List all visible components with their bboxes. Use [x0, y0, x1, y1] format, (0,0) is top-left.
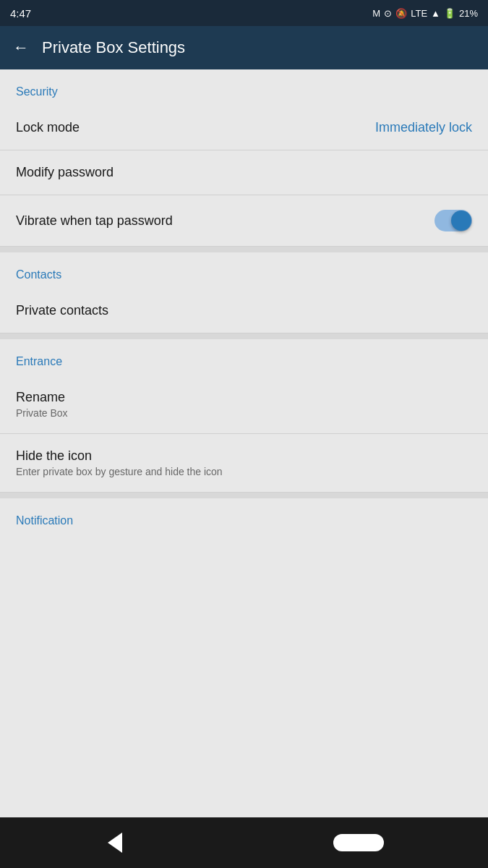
- lte-label: LTE: [411, 8, 427, 19]
- lock-mode-row[interactable]: Lock mode Immediately lock: [0, 106, 488, 150]
- rename-sublabel: Private Box: [16, 407, 68, 419]
- vibrate-toggle-container: [435, 210, 472, 231]
- security-contacts-divider: [0, 247, 488, 252]
- rename-label: Rename: [16, 390, 68, 405]
- security-section-title: Security: [16, 85, 58, 98]
- hide-icon-row[interactable]: Hide the icon Enter private box by gestu…: [0, 434, 488, 493]
- rename-row[interactable]: Rename Private Box: [0, 375, 488, 434]
- vibrate-toggle[interactable]: [435, 210, 472, 231]
- entrance-section-header: Entrance: [0, 339, 488, 375]
- lock-mode-label: Lock mode: [16, 120, 80, 135]
- nav-bar: [0, 817, 488, 868]
- lock-mode-value: Immediately lock: [375, 120, 472, 135]
- status-time: 4:47: [10, 7, 31, 20]
- status-bar: 4:47 M ⊙ 🔕 LTE ▲ 🔋 21%: [0, 0, 488, 26]
- nav-home-button[interactable]: [333, 834, 384, 851]
- private-contacts-row[interactable]: Private contacts: [0, 289, 488, 333]
- settings-content: Security Lock mode Immediately lock Modi…: [0, 69, 488, 817]
- hide-icon-sublabel: Enter private box by gesture and hide th…: [16, 466, 223, 477]
- hide-icon-label: Hide the icon: [16, 448, 223, 464]
- nav-back-button[interactable]: [104, 832, 126, 854]
- page-title: Private Box Settings: [42, 38, 185, 57]
- battery-percent: 21%: [459, 8, 478, 19]
- top-bar: ← Private Box Settings: [0, 26, 488, 69]
- toggle-knob: [451, 210, 471, 231]
- nav-back-triangle-icon: [108, 833, 122, 853]
- modify-password-label: Modify password: [16, 165, 114, 180]
- entrance-notification-divider: [0, 493, 488, 498]
- instagram-icon: ⊙: [384, 8, 392, 19]
- private-contacts-label: Private contacts: [16, 303, 108, 318]
- mute-icon: 🔕: [395, 8, 407, 19]
- status-icons: M ⊙ 🔕 LTE ▲ 🔋 21%: [372, 8, 478, 19]
- signal-icon: ▲: [431, 8, 440, 19]
- notification-section-title: Notification: [16, 514, 73, 527]
- contacts-entrance-divider: [0, 333, 488, 339]
- rename-content: Rename Private Box: [16, 390, 68, 419]
- security-section-header: Security: [0, 69, 488, 106]
- gmail-icon: M: [372, 8, 380, 19]
- modify-password-row[interactable]: Modify password: [0, 150, 488, 195]
- notification-section-header: Notification: [0, 498, 488, 535]
- hide-icon-content: Hide the icon Enter private box by gestu…: [16, 448, 223, 477]
- contacts-section-header: Contacts: [0, 252, 488, 289]
- battery-icon: 🔋: [444, 8, 455, 19]
- contacts-section-title: Contacts: [16, 268, 61, 281]
- vibrate-tap-label: Vibrate when tap password: [16, 213, 173, 229]
- vibrate-tap-row[interactable]: Vibrate when tap password: [0, 195, 488, 247]
- back-button[interactable]: ←: [13, 38, 29, 57]
- entrance-section-title: Entrance: [16, 355, 62, 367]
